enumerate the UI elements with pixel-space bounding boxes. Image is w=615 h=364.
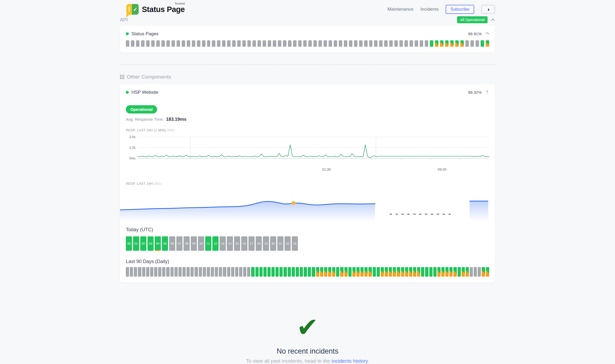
day-bar[interactable] bbox=[134, 267, 137, 277]
collapse-up-icon[interactable]: ⇡ bbox=[485, 89, 489, 95]
uptime-bar[interactable] bbox=[374, 40, 377, 47]
day-bar[interactable] bbox=[251, 267, 254, 277]
incidents-history-link[interactable]: incidents history. bbox=[332, 358, 369, 364]
uptime-bar[interactable] bbox=[252, 40, 256, 47]
day-bar[interactable] bbox=[308, 267, 311, 277]
day-bar[interactable] bbox=[271, 267, 275, 277]
uptime-bar[interactable] bbox=[445, 40, 449, 47]
uptime-bar[interactable] bbox=[263, 40, 266, 47]
day-bar[interactable] bbox=[158, 267, 161, 277]
hour-box[interactable]: 20 bbox=[270, 236, 276, 251]
day-bar[interactable] bbox=[292, 267, 295, 277]
day-bar[interactable] bbox=[150, 267, 153, 277]
uptime-bar[interactable] bbox=[131, 40, 134, 47]
day-bar[interactable] bbox=[348, 267, 352, 277]
uptime-bar[interactable] bbox=[435, 40, 438, 47]
day-bar[interactable] bbox=[279, 267, 283, 277]
hour-box[interactable]: 07 bbox=[176, 236, 182, 251]
uptime-bar[interactable] bbox=[293, 40, 297, 47]
day-bar[interactable] bbox=[178, 267, 182, 277]
day-bar[interactable] bbox=[413, 267, 416, 277]
uptime-bar[interactable] bbox=[470, 40, 474, 47]
hour-box[interactable]: 16 bbox=[241, 236, 247, 251]
theme-toggle-button[interactable]: ◑ bbox=[481, 5, 495, 14]
day-bar[interactable] bbox=[470, 267, 473, 277]
day-bar[interactable] bbox=[126, 267, 129, 277]
hour-box[interactable]: 09 bbox=[191, 236, 197, 251]
day-bar[interactable] bbox=[227, 267, 230, 277]
day-bar[interactable] bbox=[364, 267, 368, 277]
uptime-bar[interactable] bbox=[455, 40, 459, 47]
uptime-bar[interactable] bbox=[197, 40, 200, 47]
day-bar[interactable] bbox=[215, 267, 218, 277]
day-bar[interactable] bbox=[199, 267, 202, 277]
day-bar[interactable] bbox=[219, 267, 222, 277]
uptime-bar[interactable] bbox=[329, 40, 332, 47]
uptime-bar[interactable] bbox=[217, 40, 220, 47]
day-bar[interactable] bbox=[138, 267, 141, 277]
hour-box[interactable]: 04 bbox=[155, 236, 161, 251]
day-bar[interactable] bbox=[385, 267, 388, 277]
nav-incidents[interactable]: Incidents bbox=[421, 7, 439, 12]
uptime-bar[interactable] bbox=[334, 40, 337, 47]
day-bar[interactable] bbox=[437, 267, 441, 277]
uptime-bar[interactable] bbox=[222, 40, 225, 47]
day-bar[interactable] bbox=[190, 267, 194, 277]
resp-1min-plot[interactable]: 01:3009:30 bbox=[138, 135, 489, 173]
hour-box[interactable]: 21 bbox=[277, 236, 283, 251]
uptime-bar[interactable] bbox=[318, 40, 322, 47]
uptime-bar[interactable] bbox=[247, 40, 251, 47]
day-bar[interactable] bbox=[283, 267, 287, 277]
uptime-bar[interactable] bbox=[242, 40, 246, 47]
hour-box[interactable]: 12 bbox=[212, 236, 219, 251]
day-bar[interactable] bbox=[478, 267, 481, 277]
uptime-bar[interactable] bbox=[420, 40, 423, 47]
uptime-bar[interactable] bbox=[339, 40, 342, 47]
day-bar[interactable] bbox=[320, 267, 323, 277]
hour-box[interactable]: 18 bbox=[256, 236, 262, 251]
day-bar[interactable] bbox=[162, 267, 165, 277]
uptime-bar[interactable] bbox=[136, 40, 139, 47]
uptime-bar[interactable] bbox=[415, 40, 418, 47]
uptime-bar[interactable] bbox=[430, 40, 433, 47]
hour-box[interactable]: 10 bbox=[198, 236, 204, 251]
uptime-bar[interactable] bbox=[369, 40, 373, 47]
day-bar[interactable] bbox=[356, 267, 360, 277]
hsp-website-row[interactable]: HSP Website 99.32% ⇡ bbox=[126, 89, 489, 95]
uptime-bar[interactable] bbox=[324, 40, 327, 47]
uptime-bar[interactable] bbox=[161, 40, 165, 47]
day-bar[interactable] bbox=[231, 267, 234, 277]
uptime-bar[interactable] bbox=[303, 40, 307, 47]
day-bar[interactable] bbox=[186, 267, 190, 277]
day-bar[interactable] bbox=[381, 267, 384, 277]
day-bar[interactable] bbox=[445, 267, 449, 277]
hour-box[interactable]: 15 bbox=[234, 236, 240, 251]
day-bar[interactable] bbox=[401, 267, 404, 277]
uptime-bar[interactable] bbox=[308, 40, 312, 47]
uptime-bar[interactable] bbox=[349, 40, 352, 47]
uptime-bar[interactable] bbox=[151, 40, 155, 47]
uptime-bar[interactable] bbox=[232, 40, 236, 47]
uptime-bar[interactable] bbox=[258, 40, 261, 47]
hour-box[interactable]: 06 bbox=[169, 236, 175, 251]
uptime-bar[interactable] bbox=[359, 40, 363, 47]
uptime-bar[interactable] bbox=[207, 40, 211, 47]
uptime-bar[interactable] bbox=[460, 40, 464, 47]
day-bar[interactable] bbox=[344, 267, 348, 277]
day-bar[interactable] bbox=[275, 267, 279, 277]
uptime-bar[interactable] bbox=[410, 40, 413, 47]
uptime-bar[interactable] bbox=[146, 40, 150, 47]
day-bar[interactable] bbox=[142, 267, 145, 277]
day-bar[interactable] bbox=[207, 267, 210, 277]
hour-box[interactable]: 02 bbox=[140, 236, 146, 251]
day-bar[interactable] bbox=[373, 267, 376, 277]
day-bar[interactable] bbox=[235, 267, 238, 277]
uptime-bar[interactable] bbox=[187, 40, 190, 47]
day-bar[interactable] bbox=[243, 267, 246, 277]
hour-box[interactable]: 13 bbox=[220, 236, 226, 251]
day-bar[interactable] bbox=[486, 267, 489, 277]
day-bar[interactable] bbox=[332, 267, 335, 277]
uptime-bar[interactable] bbox=[364, 40, 368, 47]
day-bar[interactable] bbox=[360, 267, 364, 277]
uptime-bar[interactable] bbox=[177, 40, 180, 47]
